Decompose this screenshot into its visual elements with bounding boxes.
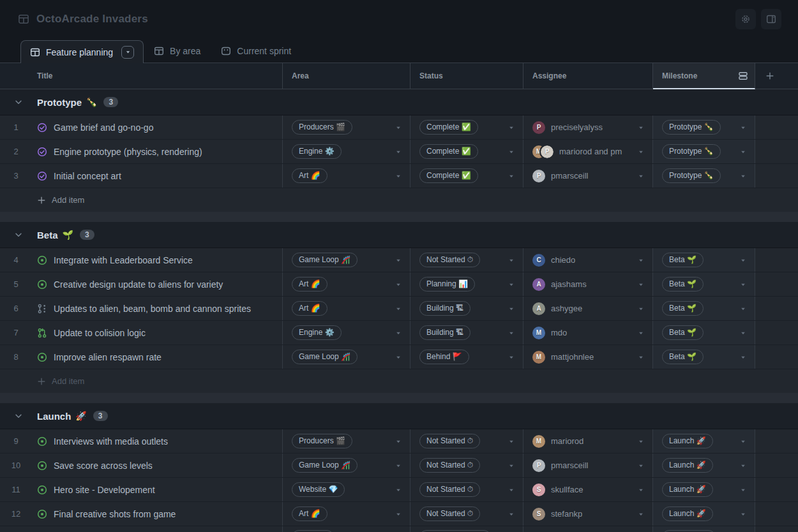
- tab-options-button[interactable]: [121, 46, 134, 59]
- title-cell[interactable]: Initial concept art: [32, 164, 283, 188]
- caret-down-icon[interactable]: [508, 486, 515, 494]
- status-chip[interactable]: Complete ✅: [419, 120, 478, 135]
- caret-down-icon[interactable]: [395, 353, 402, 361]
- settings-button[interactable]: [735, 9, 756, 29]
- title-cell[interactable]: Improve alien respawn rate: [32, 345, 283, 369]
- caret-down-icon[interactable]: [395, 462, 402, 469]
- milestone-cell[interactable]: Beta 🌱: [653, 321, 755, 344]
- table-row[interactable]: 11 Hero site - Developement Website 💎 No…: [0, 478, 798, 502]
- caret-down-icon[interactable]: [395, 510, 402, 518]
- area-chip[interactable]: Art 🌈: [292, 506, 327, 521]
- assignee-cell[interactable]: A ashygee: [523, 297, 653, 320]
- assignee-cell[interactable]: M mdo: [523, 321, 653, 344]
- milestone-cell[interactable]: Launch 🚀: [653, 454, 755, 477]
- area-chip[interactable]: Art 🌈: [292, 277, 327, 292]
- caret-down-icon[interactable]: [637, 305, 645, 313]
- area-cell[interactable]: Art 🌈: [283, 502, 410, 526]
- tab-by-area[interactable]: By area: [144, 40, 211, 63]
- caret-down-icon[interactable]: [637, 329, 645, 337]
- caret-down-icon[interactable]: [739, 329, 747, 337]
- area-chip[interactable]: Engine ⚙️: [292, 325, 342, 340]
- chevron-down-icon[interactable]: [14, 411, 23, 420]
- caret-down-icon[interactable]: [739, 281, 747, 288]
- assignee-cell[interactable]: S skullface: [523, 478, 653, 501]
- table-row[interactable]: 12 Final creative shots from game Art 🌈 …: [0, 502, 798, 526]
- assignee-cell[interactable]: M mariorod: [523, 429, 653, 453]
- caret-down-icon[interactable]: [739, 172, 747, 180]
- milestone-chip[interactable]: Beta 🌱: [662, 325, 704, 340]
- status-chip[interactable]: Not Started ⏱: [419, 458, 480, 473]
- table-row[interactable]: 9 Interviews with media outlets Producer…: [0, 429, 798, 454]
- status-cell[interactable]: Complete ✅: [410, 115, 523, 139]
- caret-down-icon[interactable]: [395, 329, 402, 337]
- caret-down-icon[interactable]: [739, 305, 747, 313]
- title-cell[interactable]: Final creative shots from game: [32, 502, 283, 526]
- area-chip[interactable]: Producers 🎬: [292, 120, 352, 135]
- area-chip[interactable]: Engine ⚙️: [292, 144, 342, 159]
- milestone-cell[interactable]: Launch 🚀: [653, 502, 755, 526]
- caret-down-icon[interactable]: [739, 124, 747, 131]
- area-cell[interactable]: Art 🌈: [283, 297, 410, 320]
- status-chip[interactable]: Not Started ⏱: [419, 253, 480, 267]
- table-row[interactable]: 10 Save score across levels Game Loop 🎢 …: [0, 454, 798, 478]
- area-chip[interactable]: Game Loop 🎢: [292, 458, 358, 473]
- area-cell[interactable]: Art 🌈: [283, 164, 410, 188]
- column-header-milestone[interactable]: Milestone: [653, 63, 755, 89]
- milestone-chip[interactable]: Prototype 🍾: [662, 168, 721, 183]
- milestone-cell[interactable]: Beta 🌱: [653, 297, 755, 320]
- caret-down-icon[interactable]: [508, 353, 515, 361]
- status-chip[interactable]: Not Started ⏱: [419, 434, 480, 448]
- milestone-cell[interactable]: Beta 🌱: [653, 272, 755, 296]
- table-row[interactable]: 2 Engine prototype (physics, rendering) …: [0, 140, 798, 164]
- assignee-cell[interactable]: [523, 526, 653, 532]
- caret-down-icon[interactable]: [637, 281, 645, 288]
- caret-down-icon[interactable]: [508, 124, 515, 131]
- milestone-chip[interactable]: Beta 🌱: [662, 301, 704, 316]
- status-cell[interactable]: Planning 📊: [410, 272, 523, 296]
- caret-down-icon[interactable]: [395, 256, 402, 264]
- title-cell[interactable]: Creative design update to aliens for var…: [32, 272, 283, 296]
- area-cell[interactable]: Producers 🎬: [283, 429, 410, 453]
- caret-down-icon[interactable]: [508, 305, 515, 313]
- caret-down-icon[interactable]: [637, 486, 645, 494]
- status-cell[interactable]: Building 🏗: [410, 297, 523, 320]
- title-cell[interactable]: Engine prototype (physics, rendering): [32, 140, 283, 163]
- table-row[interactable]: 4 Integrate with Leaderboard Service Gam…: [0, 248, 798, 272]
- title-cell[interactable]: Integrate with Leaderboard Service: [32, 248, 283, 272]
- add-item-button[interactable]: Add item: [0, 188, 798, 212]
- caret-down-icon[interactable]: [395, 486, 402, 494]
- caret-down-icon[interactable]: [637, 124, 645, 131]
- caret-down-icon[interactable]: [508, 329, 515, 337]
- area-cell[interactable]: Game Loop 🎢: [283, 345, 410, 369]
- caret-down-icon[interactable]: [395, 148, 402, 156]
- caret-down-icon[interactable]: [508, 462, 515, 469]
- status-cell[interactable]: Behind 🚩: [410, 345, 523, 369]
- table-row[interactable]: 7 Update to colision logic Engine ⚙️ Bui…: [0, 321, 798, 345]
- status-cell[interactable]: Not Started ⏱: [410, 478, 523, 501]
- column-header-status[interactable]: Status: [410, 63, 523, 89]
- status-cell[interactable]: Not Started ⏱: [410, 502, 523, 526]
- area-chip[interactable]: Game Loop 🎢: [292, 253, 358, 267]
- caret-down-icon[interactable]: [637, 353, 645, 361]
- area-cell[interactable]: Producers 🎬: [283, 115, 410, 139]
- area-cell[interactable]: Art 🌈: [283, 272, 410, 296]
- table-row[interactable]: 6 Updates to alien, beam, bomb and canno…: [0, 297, 798, 321]
- title-cell[interactable]: Interviews with media outlets: [32, 429, 283, 453]
- caret-down-icon[interactable]: [637, 462, 645, 469]
- table-row[interactable]: 8 Improve alien respawn rate Game Loop 🎢…: [0, 345, 798, 369]
- milestone-chip[interactable]: Launch 🚀: [662, 434, 713, 448]
- area-chip[interactable]: Website 💎: [292, 482, 345, 497]
- caret-down-icon[interactable]: [508, 148, 515, 156]
- column-header-assignee[interactable]: Assignee: [523, 63, 653, 89]
- status-chip[interactable]: Behind 🚩: [419, 350, 469, 364]
- area-cell[interactable]: Engine ⚙️: [283, 321, 410, 344]
- area-cell[interactable]: [283, 526, 410, 532]
- assignee-cell[interactable]: P preciselyalyss: [523, 115, 653, 139]
- status-chip[interactable]: Not Started ⏱: [419, 506, 480, 521]
- caret-down-icon[interactable]: [637, 510, 645, 518]
- title-cell[interactable]: [32, 526, 283, 532]
- status-cell[interactable]: Building 🏗: [410, 321, 523, 344]
- assignee-cell[interactable]: C chiedo: [523, 248, 653, 272]
- caret-down-icon[interactable]: [508, 256, 515, 264]
- title-cell[interactable]: Hero site - Developement: [32, 478, 283, 501]
